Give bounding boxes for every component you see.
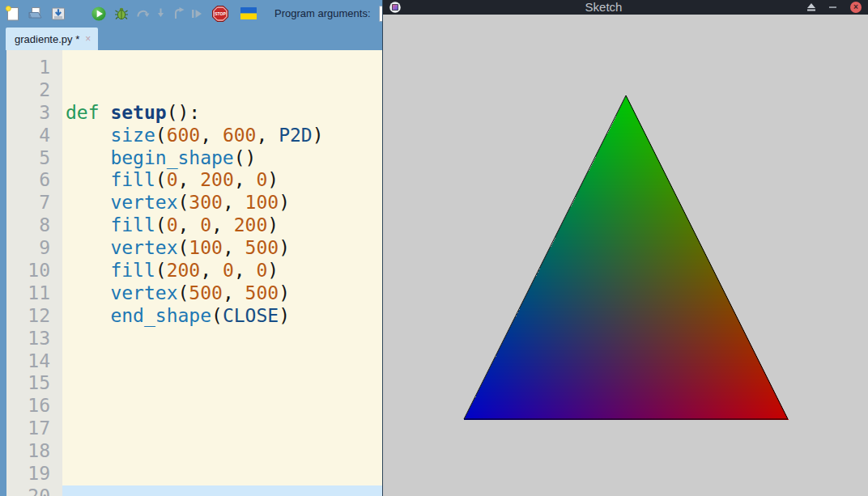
debug-button[interactable] [113,6,130,22]
open-file-icon [28,6,44,22]
line-number: 1 [6,57,50,79]
line-number: 6 [6,169,50,192]
code-line [62,57,382,79]
line-number: 15 [6,372,50,395]
step-into-button[interactable] [154,6,168,22]
code-line [62,440,382,463]
step-into-icon [154,6,168,22]
code-editor[interactable]: 1234567891011121314151617181920 def setu… [0,50,382,496]
step-out-icon [172,6,185,22]
line-number: 2 [6,79,50,102]
minimize-button[interactable] [829,6,837,9]
stop-icon: STOP [211,5,229,23]
save-file-icon [50,6,66,22]
resume-icon [189,6,203,22]
svg-text:STOP: STOP [215,11,226,16]
line-number: 9 [6,237,50,260]
ukraine-flag-icon [240,7,257,19]
desktop: STOP Program arguments: gradiente.py * ×… [0,0,868,496]
code-area[interactable]: def setup(): size(600, 600, P2D) begin_s… [62,50,382,496]
eject-icon [806,3,816,11]
close-icon: × [853,2,858,13]
code-line [62,485,382,496]
line-number: 18 [6,440,50,463]
line-number: 7 [6,192,50,214]
ukraine-flag-button[interactable] [240,6,257,22]
code-line: vertex(500, 500) [62,282,382,305]
step-over-icon [136,6,150,22]
new-file-icon [5,6,21,22]
step-over-button[interactable] [136,6,150,22]
code-line [62,79,382,102]
line-number: 4 [6,125,50,147]
code-line: def setup(): [62,102,382,125]
line-number: 5 [6,147,50,170]
code-line: end_shape(CLOSE) [62,305,382,328]
code-line [62,372,382,395]
sketch-canvas-area [383,15,868,496]
code-line: size(600, 600, P2D) [62,125,382,147]
line-number: 13 [6,328,50,350]
shade-button[interactable] [806,3,816,11]
code-line: begin_shape() [62,147,382,170]
sketch-window: Sketch × [382,0,868,496]
code-line: fill(0, 0, 200) [62,214,382,237]
run-button[interactable] [91,6,107,22]
stop-button[interactable]: STOP [211,6,229,22]
line-number: 16 [6,395,50,418]
line-number: 11 [6,282,50,305]
toolbar: STOP Program arguments: [0,0,382,27]
resume-button[interactable] [189,6,203,22]
sketch-app-icon [389,2,401,13]
window-controls: × [806,2,862,13]
tab-close-icon[interactable]: × [85,34,91,44]
line-number: 17 [6,418,50,440]
open-file-button[interactable] [28,6,44,22]
new-file-button[interactable] [5,6,21,22]
sketch-canvas[interactable] [383,15,868,496]
tab-title: gradiente.py * [15,33,79,45]
save-file-button[interactable] [50,6,66,22]
tab-bar: gradiente.py * × [0,27,382,50]
code-line [62,418,382,440]
line-number: 19 [6,463,50,485]
line-number: 14 [6,350,50,373]
minimize-icon [829,6,837,9]
code-line [62,328,382,350]
line-number: 8 [6,214,50,237]
code-line: vertex(100, 500) [62,237,382,260]
close-button[interactable]: × [850,2,862,13]
program-arguments-label: Program arguments: [274,7,371,19]
line-number: 3 [6,102,50,125]
code-line: fill(200, 0, 0) [62,260,382,282]
line-number-gutter: 1234567891011121314151617181920 [6,50,62,496]
step-out-button[interactable] [172,6,185,22]
code-line: fill(0, 200, 0) [62,169,382,192]
line-number: 20 [6,485,50,496]
code-line [62,395,382,418]
debug-icon [113,6,130,22]
code-line [62,463,382,485]
run-icon [91,6,107,22]
line-number: 10 [6,260,50,282]
tab-gradiente-py[interactable]: gradiente.py * × [6,28,98,50]
sketch-titlebar[interactable]: Sketch × [383,0,868,15]
code-line [62,350,382,373]
sketch-window-title: Sketch [407,0,800,15]
line-number: 12 [6,305,50,328]
ide-window: STOP Program arguments: gradiente.py * ×… [0,0,382,496]
code-line: vertex(300, 100) [62,192,382,214]
